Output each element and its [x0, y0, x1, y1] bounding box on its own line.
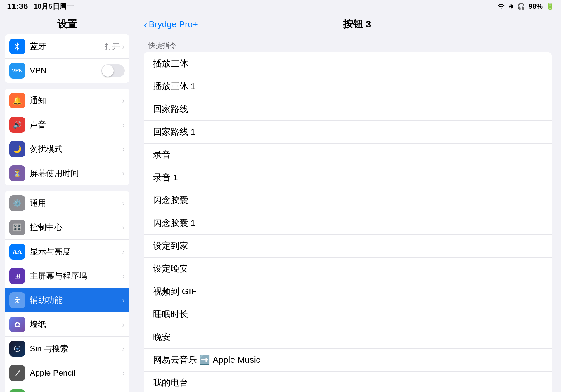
shortcut-item-s12[interactable]: 睡眠时长: [144, 303, 552, 326]
settings-item-screentime[interactable]: ⏳ 屏幕使用时间 ›: [5, 161, 129, 185]
shortcut-item-s9[interactable]: 设定到家: [144, 235, 552, 258]
accessibility-chevron: ›: [122, 296, 125, 305]
settings-item-bluetooth[interactable]: 蓝牙 打开 ›: [5, 34, 129, 59]
homescreen-label: 主屏幕与程序坞: [30, 270, 122, 282]
shortcut-item-s5[interactable]: 录音: [144, 144, 552, 166]
status-date: 10月5日周一: [34, 2, 74, 11]
settings-item-siri[interactable]: Siri 与搜索 ›: [5, 337, 129, 361]
shortcut-label-s3: 回家路线: [153, 103, 542, 115]
shortcut-label-s14: 网易云音乐 ➡️ Apple Music: [153, 354, 542, 366]
screentime-label: 屏幕使用时间: [30, 168, 122, 179]
main-layout: 设置 蓝牙 打开 › VPN VPN: [0, 13, 561, 392]
settings-item-general[interactable]: ⚙️ 通用 ›: [5, 191, 129, 215]
shortcut-item-s10[interactable]: 设定晚安: [144, 258, 552, 280]
applepencil-chevron: ›: [122, 369, 125, 378]
shortcut-label-s9: 设定到家: [153, 240, 542, 252]
shortcut-item-s14[interactable]: 网易云音乐 ➡️ Apple Music: [144, 349, 552, 372]
settings-item-applepencil[interactable]: Apple Pencil ›: [5, 361, 129, 385]
shortcut-item-s13[interactable]: 晚安: [144, 326, 552, 349]
battery-percent: 98%: [529, 2, 543, 11]
shortcut-item-s15[interactable]: 我的电台: [144, 372, 552, 392]
settings-item-accessibility[interactable]: 辅助功能 ›: [5, 288, 129, 312]
controlcenter-label: 控制中心: [30, 222, 122, 233]
vpn-toggle[interactable]: [101, 64, 125, 77]
controlcenter-chevron: ›: [122, 223, 125, 232]
shortcut-item-s4[interactable]: 回家路线 1: [144, 121, 552, 144]
bluetooth-chevron: ›: [122, 42, 125, 51]
display-label: 显示与亮度: [30, 246, 122, 257]
vpn-label: VPN: [30, 66, 101, 75]
homescreen-icon: ⊞: [9, 268, 25, 284]
shortcut-item-s3[interactable]: 回家路线: [144, 98, 552, 121]
wallpaper-label: 墙纸: [30, 319, 122, 330]
shortcut-label-s11: 视频到 GIF: [153, 286, 542, 298]
settings-item-homescreen[interactable]: ⊞ 主屏幕与程序坞 ›: [5, 264, 129, 288]
right-panel-title: 按钮 3: [198, 18, 517, 31]
shortcut-item-s1[interactable]: 播放三体: [144, 52, 552, 75]
wallpaper-icon: ✿: [9, 317, 25, 332]
settings-item-sound[interactable]: 🔊 声音 ›: [5, 113, 129, 137]
settings-group-connectivity: 蓝牙 打开 › VPN VPN: [5, 34, 129, 83]
shortcut-label-s15: 我的电台: [153, 377, 542, 389]
vpn-icon: VPN: [9, 63, 25, 79]
shortcuts-list: 播放三体 播放三体 1 回家路线 回家路线 1 录音 录音 1: [144, 52, 552, 392]
applepencil-label: Apple Pencil: [30, 368, 122, 378]
shortcuts-section-header: 快捷指令: [134, 36, 561, 52]
back-chevron-icon: ‹: [144, 19, 147, 30]
accessibility-icon: [9, 292, 25, 308]
settings-item-controlcenter[interactable]: 🎛️ 控制中心 ›: [5, 215, 129, 240]
wifi-icon: [497, 2, 505, 11]
settings-item-donotdisturb[interactable]: 🌙 勿扰模式 ›: [5, 137, 129, 161]
faceid-icon: [9, 389, 25, 392]
sound-label: 声音: [30, 119, 122, 130]
notifications-label: 通知: [30, 95, 122, 106]
shortcut-label-s4: 回家路线 1: [153, 126, 542, 138]
shortcut-label-s10: 设定晚安: [153, 263, 542, 275]
general-icon: ⚙️: [9, 195, 25, 211]
applepencil-icon: [9, 365, 25, 381]
svg-point-0: [16, 297, 18, 298]
siri-chevron: ›: [122, 344, 125, 353]
settings-item-faceid[interactable]: 面容ID与密码 ›: [5, 385, 129, 392]
back-button[interactable]: ‹ Brydge Pro+: [144, 19, 198, 30]
settings-item-display[interactable]: AA 显示与亮度 ›: [5, 240, 129, 264]
bluetooth-icon: [9, 39, 25, 54]
status-time: 11:36: [7, 2, 28, 11]
status-bar: 11:36 10月5日周一 ⊕ 🎧 98% 🔋: [0, 0, 561, 13]
shortcut-label-s7: 闪念胶囊: [153, 194, 542, 206]
shortcut-label-s1: 播放三体: [153, 58, 542, 70]
wallpaper-chevron: ›: [122, 320, 125, 329]
settings-list: 蓝牙 打开 › VPN VPN 🔔 通知 ›: [0, 34, 134, 392]
screentime-icon: ⏳: [9, 165, 25, 181]
siri-label: Siri 与搜索: [30, 343, 122, 354]
headphones-icon: 🎧: [517, 3, 525, 10]
general-chevron: ›: [122, 199, 125, 208]
shortcut-item-s6[interactable]: 录音 1: [144, 166, 552, 189]
donotdisturb-label: 勿扰模式: [30, 144, 122, 155]
settings-item-notifications[interactable]: 🔔 通知 ›: [5, 89, 129, 113]
bluetooth-value: 打开: [105, 42, 120, 52]
display-chevron: ›: [122, 247, 125, 256]
shortcut-item-s7[interactable]: 闪念胶囊: [144, 189, 552, 212]
sound-chevron: ›: [122, 120, 125, 129]
shortcut-item-s2[interactable]: 播放三体 1: [144, 75, 552, 98]
siri-icon: [9, 341, 25, 357]
battery-icon: 🔋: [546, 3, 554, 10]
settings-item-vpn[interactable]: VPN VPN: [5, 59, 129, 83]
shortcut-label-s2: 播放三体 1: [153, 80, 542, 92]
status-right: ⊕ 🎧 98% 🔋: [497, 2, 554, 11]
settings-item-wallpaper[interactable]: ✿ 墙纸 ›: [5, 312, 129, 337]
shortcut-item-s11[interactable]: 视频到 GIF: [144, 280, 552, 303]
location-icon: ⊕: [509, 3, 514, 10]
display-icon: AA: [9, 244, 25, 260]
donotdisturb-icon: 🌙: [9, 141, 25, 157]
left-panel: 设置 蓝牙 打开 › VPN VPN: [0, 13, 134, 392]
bluetooth-label: 蓝牙: [30, 41, 105, 52]
homescreen-chevron: ›: [122, 272, 125, 281]
right-header: ‹ Brydge Pro+ 按钮 3: [134, 13, 561, 36]
shortcut-item-s8[interactable]: 闪念胶囊 1: [144, 212, 552, 235]
notifications-icon: 🔔: [9, 93, 25, 108]
donotdisturb-chevron: ›: [122, 145, 125, 154]
settings-title: 设置: [0, 13, 134, 34]
shortcut-label-s8: 闪念胶囊 1: [153, 217, 542, 229]
